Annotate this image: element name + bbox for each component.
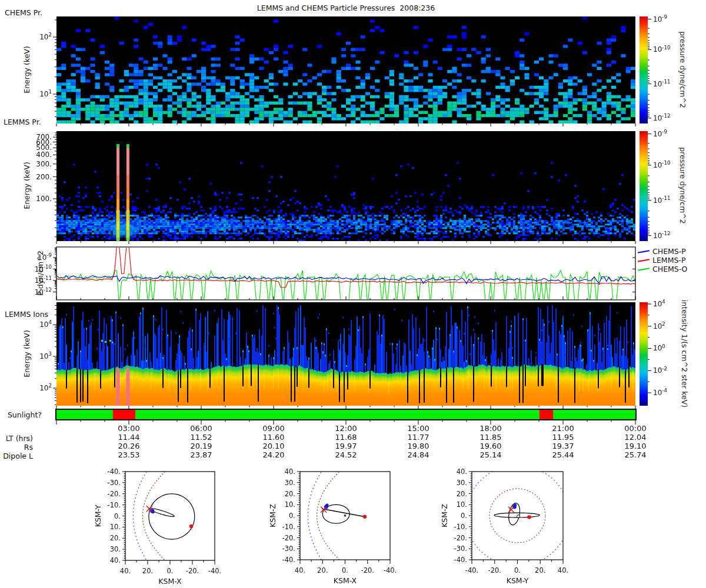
colorbar-p1: 10-910-1010-1110-12 [640, 14, 670, 123]
shadow-interval [540, 410, 553, 419]
shadow-interval [113, 410, 135, 419]
svg-text:21:00: 21:00 [552, 424, 574, 433]
orbit-plot-orbit_ksmx_ksmy: -40.-30.-20.-10.0.10.20.30.40.-40.-20.0.… [94, 467, 221, 586]
chems-o-line [56, 270, 635, 306]
svg-text:19.80: 19.80 [407, 442, 429, 450]
svg-text:19.97: 19.97 [335, 442, 357, 450]
lemms-p-line [56, 246, 635, 288]
svg-text:-20.: -20. [361, 566, 374, 574]
orbit-marker-dot [189, 524, 193, 528]
svg-text:20.26: 20.26 [118, 442, 139, 450]
svg-text:0.: 0. [289, 512, 295, 520]
svg-text:0.: 0. [342, 566, 348, 574]
svg-text:10.: 10. [285, 500, 295, 509]
svg-text:11.52: 11.52 [190, 433, 212, 442]
svg-text:12.04: 12.04 [624, 433, 646, 442]
time-axis-and-ephemeris: 03:0011.4420.2623.5306:0011.5220.1923.87… [118, 424, 646, 459]
sunlight-bar [56, 409, 636, 420]
svg-text:10-12: 10-12 [653, 113, 670, 122]
svg-text:100: 100 [653, 343, 665, 353]
svg-text:-40.: -40. [384, 566, 397, 574]
svg-text:KSM-X: KSM-X [158, 577, 182, 586]
line-plot-frame [56, 247, 635, 300]
svg-text:25.44: 25.44 [552, 450, 574, 459]
svg-text:10-2: 10-2 [653, 366, 667, 375]
svg-text:09:00: 09:00 [262, 424, 284, 433]
svg-text:101: 101 [39, 89, 52, 98]
colorbar-p2: 10-910-1010-1110-12 [640, 129, 670, 241]
colorbar-p4: 10410210010-210-4 [640, 299, 667, 406]
chems-p-line [56, 275, 635, 283]
svg-text:10-11: 10-11 [653, 195, 670, 205]
svg-text:10-9: 10-9 [38, 252, 52, 262]
svg-text:11.68: 11.68 [335, 433, 357, 442]
svg-text:10-11: 10-11 [653, 79, 670, 88]
svg-text:-20.: -20. [454, 534, 467, 542]
svg-text:19.37: 19.37 [552, 442, 574, 450]
svg-text:10-4: 10-4 [653, 387, 667, 397]
svg-text:20.: 20. [317, 566, 328, 574]
svg-text:-30.: -30. [454, 544, 467, 553]
svg-text:24.84: 24.84 [407, 450, 429, 459]
orbit-content [133, 472, 194, 560]
orbit-plot-orbit_ksmx_ksmz: -40.-30.-20.-10.0.10.20.30.40.-40.-20.0.… [268, 467, 397, 585]
orbit-content [308, 472, 367, 560]
svg-text:-20.: -20. [488, 566, 501, 574]
svg-text:10-12: 10-12 [35, 287, 52, 296]
svg-text:11.77: 11.77 [407, 433, 429, 442]
svg-text:200.: 200. [36, 173, 52, 181]
svg-text:KSM-Y: KSM-Y [94, 505, 102, 527]
orbit-marker-dot [363, 514, 367, 518]
svg-text:11.85: 11.85 [479, 433, 501, 442]
svg-text:23.87: 23.87 [190, 450, 212, 459]
svg-text:30.: 30. [110, 545, 121, 553]
svg-text:-10.: -10. [108, 501, 121, 509]
svg-text:40.: 40. [558, 566, 568, 574]
svg-text:10-10: 10-10 [35, 264, 52, 273]
axes-and-plots-overlay: 03:0011.4420.2623.5306:0011.5220.1923.87… [0, 0, 706, 588]
svg-text:20.19: 20.19 [190, 442, 212, 450]
svg-text:-40.: -40. [208, 567, 221, 575]
orbit-marker-ring [517, 515, 520, 518]
svg-text:102: 102 [653, 321, 665, 330]
svg-text:40.: 40. [110, 556, 121, 564]
svg-text:400.: 400. [36, 151, 52, 159]
svg-text:-20.: -20. [108, 490, 121, 498]
svg-text:11.60: 11.60 [262, 433, 284, 442]
svg-text:300.: 300. [36, 160, 52, 168]
svg-text:19.60: 19.60 [479, 442, 501, 450]
svg-text:00:00: 00:00 [624, 424, 646, 433]
svg-text:20.: 20. [142, 567, 153, 575]
figure: LEMMS and CHEMS Particle Pressures 2008:… [0, 0, 706, 588]
svg-text:-10.: -10. [454, 523, 467, 531]
svg-text:12:00: 12:00 [335, 424, 357, 433]
svg-text:-30.: -30. [108, 479, 121, 487]
svg-text:10-11: 10-11 [35, 275, 52, 285]
svg-text:19.10: 19.10 [624, 442, 646, 450]
svg-text:102: 102 [39, 383, 52, 392]
svg-text:06:00: 06:00 [190, 424, 212, 433]
svg-text:11.95: 11.95 [552, 433, 574, 442]
svg-text:10-12: 10-12 [653, 230, 670, 240]
svg-text:40.: 40. [457, 467, 467, 476]
svg-text:102: 102 [39, 32, 52, 41]
orbit-marker-dot [325, 503, 328, 506]
svg-text:10-9: 10-9 [653, 14, 667, 24]
orbit-marker-dot [344, 514, 347, 517]
orbit-marker-dot [514, 503, 517, 506]
orbit-plot-orbit_ksmy_ksmz: -40.-30.-20.-10.0.10.20.30.40.-40.-20.0.… [440, 466, 570, 585]
svg-text:-30.: -30. [282, 544, 295, 553]
svg-text:25.14: 25.14 [479, 450, 501, 459]
svg-text:24.20: 24.20 [262, 450, 284, 459]
svg-text:KSM-Y: KSM-Y [507, 576, 529, 585]
svg-text:10.: 10. [457, 500, 467, 509]
svg-text:104: 104 [39, 319, 52, 329]
svg-text:23.53: 23.53 [118, 450, 139, 459]
svg-text:103: 103 [39, 351, 52, 360]
axis-layer: 101102700.600.500.400.300.200.100.10-910… [35, 20, 635, 425]
svg-text:104: 104 [653, 299, 665, 308]
svg-text:0.: 0. [167, 567, 174, 575]
svg-text:20.: 20. [535, 566, 545, 574]
svg-text:KSM-X: KSM-X [334, 576, 357, 585]
svg-text:20.: 20. [285, 490, 295, 498]
